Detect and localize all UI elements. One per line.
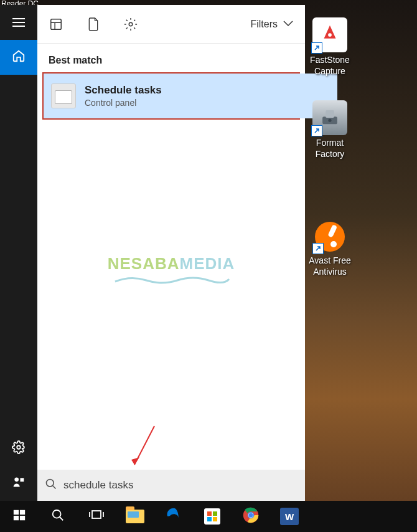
edge-button[interactable] xyxy=(154,501,193,532)
desktop-label: FastStone Capture xyxy=(305,55,355,77)
folder-icon xyxy=(126,510,144,523)
word-icon: W xyxy=(280,508,299,525)
watermark: NESABA MEDIA xyxy=(108,254,235,273)
taskbar: W xyxy=(0,501,417,532)
shortcut-arrow-icon xyxy=(312,243,324,254)
svg-rect-17 xyxy=(14,510,19,515)
desktop-icon-avast[interactable]: Avast Free Antivirus xyxy=(305,221,355,277)
start-sidebar xyxy=(0,5,37,501)
filters-label: Filters xyxy=(250,19,278,30)
settings-button[interactable] xyxy=(0,431,37,466)
annotation-arrow-icon xyxy=(127,424,158,473)
svg-point-6 xyxy=(129,22,133,26)
hamburger-menu-button[interactable] xyxy=(0,5,37,40)
chrome-button[interactable] xyxy=(232,501,270,532)
svg-rect-18 xyxy=(20,510,25,515)
search-input-row xyxy=(37,470,305,501)
svg-rect-23 xyxy=(92,511,101,518)
svg-line-22 xyxy=(60,517,63,521)
taskview-icon xyxy=(89,509,104,524)
result-text: Schedule tasks Control panel xyxy=(85,84,162,108)
result-subtitle: Control panel xyxy=(85,98,162,108)
svg-point-21 xyxy=(53,510,61,518)
chevron-down-icon xyxy=(283,19,294,30)
best-match-heading: Best match xyxy=(37,44,305,72)
faststone-icon xyxy=(312,17,347,52)
svg-point-9 xyxy=(47,480,54,487)
shortcut-arrow-icon xyxy=(311,42,322,54)
store-icon xyxy=(204,508,220,525)
gear-icon xyxy=(12,440,26,457)
shortcut-arrow-icon xyxy=(311,125,322,136)
search-input[interactable] xyxy=(63,479,298,492)
search-panel: Filters Best match Schedule tasks Contro… xyxy=(37,5,305,501)
home-button[interactable] xyxy=(0,40,37,75)
svg-point-16 xyxy=(330,241,337,247)
windows-icon xyxy=(12,508,26,525)
hamburger-icon xyxy=(12,18,25,27)
search-icon xyxy=(45,478,57,493)
document-tab-icon[interactable] xyxy=(86,17,101,32)
chrome-icon xyxy=(242,506,260,526)
panel-header: Filters xyxy=(37,5,305,44)
apps-tab-icon[interactable] xyxy=(49,17,63,32)
result-schedule-tasks[interactable]: Schedule tasks Control panel xyxy=(42,72,300,120)
search-icon xyxy=(51,508,65,525)
svg-rect-20 xyxy=(20,516,25,520)
svg-point-1 xyxy=(14,478,19,482)
home-icon xyxy=(12,49,26,65)
watermark-wave-icon xyxy=(112,274,230,285)
filters-button[interactable]: Filters xyxy=(250,19,294,30)
file-explorer-button[interactable] xyxy=(116,501,154,532)
svg-point-0 xyxy=(17,445,21,449)
taskbar-search-button[interactable] xyxy=(39,501,77,532)
desktop-icon-faststone[interactable]: FastStone Capture xyxy=(305,17,355,77)
svg-rect-19 xyxy=(14,516,19,520)
desktop-label: Avast Free Antivirus xyxy=(305,255,355,277)
store-button[interactable] xyxy=(193,501,232,532)
svg-line-10 xyxy=(53,486,56,489)
svg-marker-8 xyxy=(131,457,139,465)
user-button[interactable] xyxy=(0,466,37,501)
start-button[interactable] xyxy=(0,501,39,532)
svg-point-11 xyxy=(328,33,332,37)
edge-icon xyxy=(165,506,182,526)
avast-icon xyxy=(314,221,346,253)
desktop-icon-formatfactory[interactable]: Format Factory xyxy=(305,100,355,159)
formatfactory-icon xyxy=(312,100,347,135)
svg-rect-2 xyxy=(21,478,24,482)
result-title: Schedule tasks xyxy=(85,84,162,97)
svg-point-14 xyxy=(328,119,331,122)
svg-rect-13 xyxy=(326,110,334,118)
control-panel-icon xyxy=(51,83,76,108)
svg-rect-3 xyxy=(51,19,62,29)
word-button[interactable]: W xyxy=(270,501,309,532)
svg-point-29 xyxy=(249,513,253,518)
desktop-icons: FastStone Capture Format Factory Avast F… xyxy=(305,17,355,277)
settings-tab-icon[interactable] xyxy=(123,17,138,32)
desktop-label: Format Factory xyxy=(305,138,355,159)
user-icon xyxy=(12,476,25,491)
taskview-button[interactable] xyxy=(77,501,116,532)
svg-line-7 xyxy=(134,426,154,465)
